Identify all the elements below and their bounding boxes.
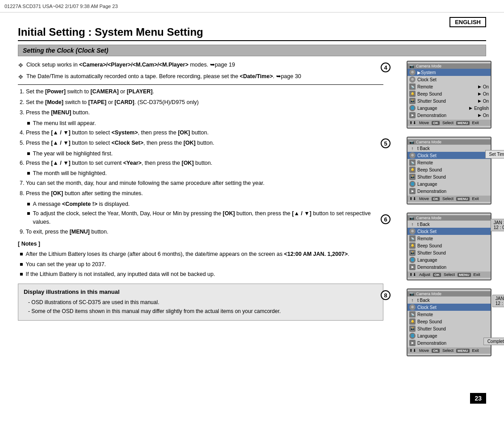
osd5-back-icon: ↑ — [409, 145, 416, 151]
osd-screen-8: 📷 Camera Mode ↑ t Back ⚙ Clock Set — [407, 288, 491, 356]
osd8-row-beep: 🔔 Beep Sound — [407, 318, 491, 325]
osd-step-num-4: 4 — [381, 63, 391, 72]
osd4-beep-arrow: ▶ — [478, 92, 481, 96]
bullet-text-2: The Date/Time is automatically recorded … — [26, 72, 301, 81]
osd5-shutter-label: Shutter Sound — [417, 175, 489, 180]
osd5-exit-label: Exit — [472, 196, 479, 201]
osd6-cam-label: Camera Mode — [416, 216, 441, 220]
osd-panel-6-wrapper: 6 📷 Camera Mode ↑ t Back — [392, 213, 486, 280]
osd8-container: 📷 Camera Mode ↑ t Back ⚙ Clock Set — [407, 288, 486, 356]
osd5-demo-label: Demonstration — [417, 189, 489, 194]
osd6-bell-icon: 🔔 — [409, 242, 416, 249]
osd5-back-label: t Back — [417, 146, 489, 151]
osd4-lang-value: English — [474, 106, 489, 111]
step-9: 9. To exit, press the [MENU] button. — [18, 228, 383, 236]
osd8-row-demo: ▶ Demonstration — [407, 339, 491, 347]
display-box-title: Display illustrations in this manual — [24, 288, 378, 297]
osd5-row-lang: 🌐 Language — [407, 180, 491, 188]
step-5-sub: ■ The year will be highlighted first. — [18, 150, 383, 158]
notes-header: [ Notes ] — [18, 240, 383, 248]
osd4-move-label: Move — [419, 121, 429, 125]
step-8-sub1-text: A message <Complete !> is displayed. — [33, 200, 130, 209]
osd8-date-line1: JAN 1 2007 — [496, 296, 504, 301]
osd6-remote-label: Remote — [417, 236, 489, 241]
osd8-date-line2: 12 : 00 AM — [496, 301, 504, 306]
osd6-row-clockset: ⚙ Clock Set — [407, 228, 491, 235]
sq-icon-5: ■ — [27, 209, 30, 218]
osd4-lang-arrow: ▶ — [469, 106, 472, 110]
osd5-cam-icon: 📷 — [409, 140, 414, 144]
osd4-demo-value: On — [483, 113, 489, 118]
osd-step-num-6: 6 — [381, 214, 391, 224]
osd8-back-label: t Back — [417, 298, 489, 303]
osd5-move-icon: ⬆⬇ — [409, 196, 416, 201]
osd4-row-remote: 📡 Remote ▶ On — [407, 83, 491, 90]
osd4-menu-btn: MENU — [456, 121, 470, 125]
step-7: 7. You can set the month, day, hour and … — [18, 179, 383, 188]
osd4-shutter-value: On — [483, 99, 489, 104]
osd8-menu-btn: MENU — [456, 349, 470, 353]
osd8-row-lang: 🌐 Language — [407, 332, 491, 339]
osd6-ok-btn: OK — [433, 273, 441, 277]
osd5-select-label: Select — [442, 196, 454, 201]
osd4-ok-btn: OK — [432, 121, 440, 125]
osd8-row-back: ↑ t Back — [407, 297, 491, 304]
osd4-demo-label: Demonstration — [417, 113, 478, 118]
two-column-layout: ❖ Clock setup works in <Camera>/<Player>… — [18, 61, 486, 361]
osd8-row-clockset: ⚙ Clock Set — [407, 304, 491, 311]
osd5-bottom-bar: ⬆⬇ Move OK Select MENU Exit — [407, 196, 491, 202]
header-bar: 01227A SCD371 USA~042 2/1/07 9:38 AM Pag… — [0, 0, 504, 13]
osd5-ok-btn: OK — [432, 197, 440, 201]
osd8-row-shutter: 📸 Shutter Sound — [407, 325, 491, 332]
step-8: 8. Press the [OK] button after setting t… — [18, 189, 383, 198]
osd4-remote-arrow: ▶ — [478, 84, 481, 89]
osd6-menu-btn: MENU — [458, 273, 471, 277]
osd4-clockset-label: Clock Set — [417, 77, 489, 82]
osd4-gear2-icon: ⚙ — [409, 76, 416, 83]
step-5-sub-text: The year will be highlighted first. — [33, 150, 113, 158]
sq-icon-2: ■ — [27, 150, 30, 158]
osd6-back-label: t Back — [417, 222, 489, 227]
step-8-sub2-text: To adjust the clock, select the Year, Mo… — [33, 209, 383, 227]
note-sq-1: ■ — [20, 250, 23, 259]
note-sq-2: ■ — [20, 260, 23, 269]
osd8-row-remote: 📡 Remote — [407, 311, 491, 318]
step-8-sub1: ■ A message <Complete !> is displayed. — [18, 200, 383, 209]
osd5-remote-icon: 📡 — [409, 159, 416, 166]
osd6-row-demo: ▶ Demonstration — [407, 263, 491, 271]
osd8-clockset-label: Clock Set — [417, 305, 489, 310]
osd6-select-label: Select — [444, 272, 455, 277]
osd4-beep-value: On — [483, 92, 489, 96]
osd8-select-label: Select — [442, 348, 454, 353]
osd8-gear-icon: ⚙ — [409, 304, 416, 310]
right-column: 4 📷 Camera Mode ⚙ ▶System ⚙ — [392, 61, 486, 361]
osd4-shutter-label: Shutter Sound — [417, 99, 478, 104]
osd8-remote-label: Remote — [417, 312, 489, 317]
osd6-adjust-icon: ⬆⬇ — [409, 272, 416, 277]
header-text: 01227A SCD371 USA~042 2/1/07 9:38 AM Pag… — [4, 4, 118, 9]
step-1: 1. Set the [Power] switch to [CAMERA] or… — [18, 88, 383, 96]
osd4-row-demo: ▶ Demonstration ▶ On — [407, 112, 491, 119]
osd8-complete-msg: Complete ! — [483, 338, 504, 345]
osd4-cam-label: Camera Mode — [416, 64, 441, 68]
osd4-select-label: Select — [442, 121, 454, 125]
osd6-exit-label: Exit — [474, 272, 480, 277]
osd4-row-beep: 🔔 Beep Sound ▶ On — [407, 90, 491, 97]
osd6-date-popup: JAN 1 2007 12 : 00 AM — [491, 219, 504, 231]
step-6-sub-text: The month will be highlighted. — [33, 169, 107, 178]
section-header: Setting the Clock (Clock Set) — [18, 45, 486, 56]
osd5-row-clockset: ⚙ Clock Set — [407, 152, 491, 159]
osd4-demo-arrow: ▶ — [478, 113, 481, 117]
osd5-row-shutter: 📸 Shutter Sound — [407, 173, 491, 180]
bullet-item-2: ❖ The Date/Time is automatically recorde… — [18, 72, 383, 82]
osd-screen-6: 📷 Camera Mode ↑ t Back ⚙ Clock Set — [407, 213, 491, 280]
bullet-symbol-1: ❖ — [18, 61, 24, 71]
osd4-remote-icon: 📡 — [409, 84, 416, 90]
osd5-lang-label: Language — [417, 182, 489, 187]
osd5-beep-label: Beep Sound — [417, 167, 489, 172]
osd5-demo-icon: ▶ — [409, 188, 416, 194]
osd6-demo-label: Demonstration — [417, 265, 489, 270]
osd-screen-5: 📷 Camera Mode ↑ t Back ⚙ Clock Set — [407, 137, 491, 205]
osd6-row-lang: 🌐 Language — [407, 256, 491, 263]
osd8-back-icon: ↑ — [409, 297, 416, 303]
